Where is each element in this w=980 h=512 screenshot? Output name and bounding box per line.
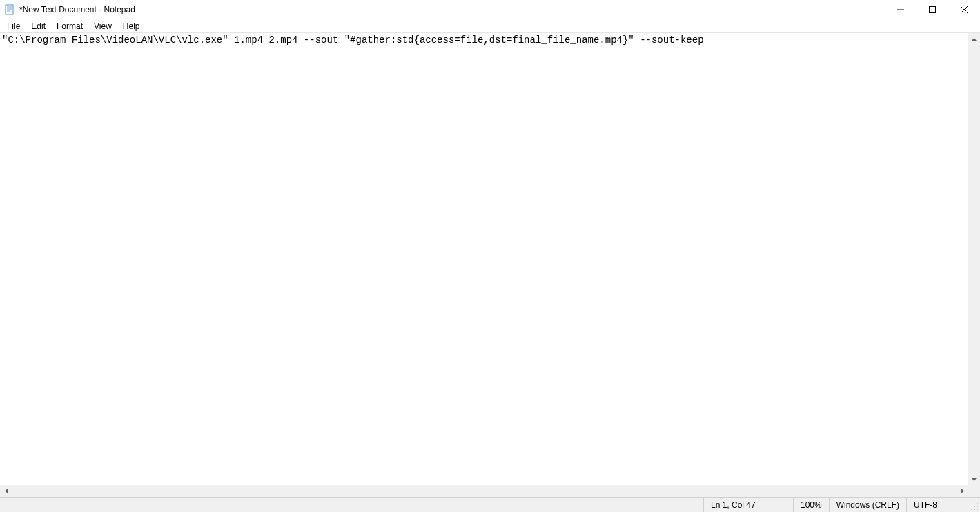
menubar: File Edit Format View Help — [0, 19, 980, 33]
notepad-icon — [4, 4, 15, 15]
close-button[interactable] — [948, 0, 980, 19]
svg-point-13 — [977, 503, 978, 504]
window-controls — [885, 0, 980, 19]
window-title: *New Text Document - Notepad — [19, 5, 885, 14]
menu-format[interactable]: Format — [51, 20, 88, 32]
svg-marker-12 — [961, 489, 964, 493]
menu-file[interactable]: File — [1, 20, 26, 32]
status-cursor-position: Ln 1, Col 47 — [703, 498, 793, 512]
scroll-down-arrow-icon[interactable] — [968, 473, 980, 485]
horizontal-scroll-track[interactable] — [12, 485, 957, 497]
vertical-scrollbar[interactable] — [968, 33, 980, 485]
titlebar: *New Text Document - Notepad — [0, 0, 980, 19]
vertical-scroll-track[interactable] — [968, 45, 980, 473]
svg-point-18 — [977, 509, 978, 510]
statusbar: Ln 1, Col 47 100% Windows (CRLF) UTF-8 — [0, 497, 980, 512]
svg-marker-10 — [972, 478, 977, 481]
menu-edit[interactable]: Edit — [26, 20, 51, 32]
svg-point-17 — [974, 509, 975, 510]
status-encoding: UTF-8 — [906, 498, 968, 512]
maximize-button[interactable] — [917, 0, 948, 19]
horizontal-scrollbar[interactable] — [0, 485, 980, 497]
menu-help[interactable]: Help — [117, 20, 146, 32]
status-zoom: 100% — [793, 498, 829, 512]
svg-marker-11 — [5, 489, 8, 493]
svg-point-16 — [971, 509, 972, 510]
svg-rect-6 — [930, 7, 936, 13]
editor-container — [0, 33, 980, 485]
status-line-ending: Windows (CRLF) — [829, 498, 906, 512]
menu-view[interactable]: View — [88, 20, 117, 32]
scroll-left-arrow-icon[interactable] — [0, 485, 12, 497]
minimize-button[interactable] — [885, 0, 917, 19]
scrollbar-corner — [968, 485, 980, 497]
svg-marker-9 — [972, 38, 977, 41]
text-editor[interactable] — [0, 33, 968, 485]
resize-grip-icon[interactable] — [968, 498, 980, 512]
scroll-up-arrow-icon[interactable] — [968, 33, 980, 45]
svg-point-14 — [974, 506, 975, 507]
scroll-right-arrow-icon[interactable] — [957, 485, 968, 497]
svg-point-15 — [977, 506, 978, 507]
